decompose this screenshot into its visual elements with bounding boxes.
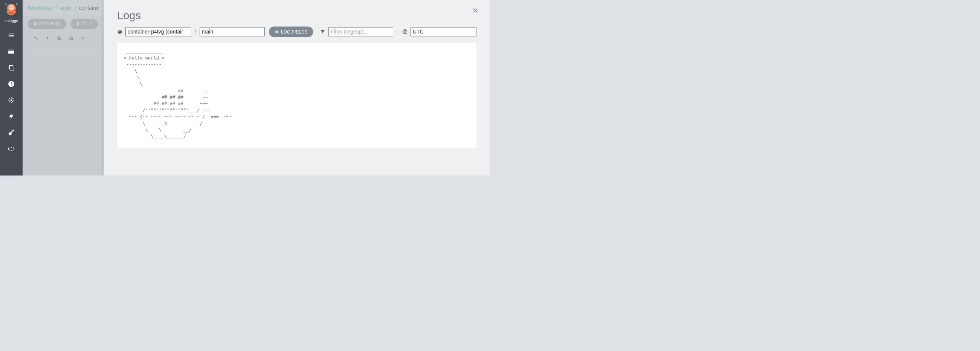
log-controls: / LOG FIELDS [103,27,490,43]
logs-panel: Logs / LOG FIELDS _____________ < hello … [103,0,490,176]
timezone-input[interactable] [410,27,476,37]
sidebar-item-templates[interactable] [7,48,16,56]
sidebar-item-events[interactable] [7,96,16,105]
sidebar-item-sensors[interactable] [7,112,16,121]
filter-input[interactable] [328,27,393,37]
container-select[interactable] [200,27,265,37]
log-fields-button[interactable]: LOG FIELDS [269,27,313,37]
svg-point-12 [9,132,12,135]
workflow-select[interactable] [126,27,191,37]
sidebar-item-cluster-templates[interactable] [7,64,16,72]
panel-title: Logs [117,9,476,22]
sidebar-nav: untagge [0,0,22,176]
svg-rect-9 [10,66,14,70]
brand-label: untagge [5,19,18,23]
svg-rect-7 [8,49,14,51]
swap-icon [275,30,279,34]
brand-logo: untagge [5,3,18,23]
box-icon [117,29,123,35]
separator-slash: / [194,29,197,35]
argo-octopus-icon [5,3,18,18]
globe-icon [402,29,407,35]
close-icon [472,7,479,14]
sidebar-item-workflows[interactable] [7,31,16,40]
log-output[interactable]: _____________ < hello world > ----------… [117,43,476,148]
sidebar-item-reports[interactable] [7,129,16,137]
close-button[interactable] [472,7,479,15]
svg-point-3 [9,7,10,8]
svg-point-5 [12,7,13,8]
filter-icon [320,29,325,35]
svg-point-11 [11,99,13,101]
main-content: Workflows / argo / containe RESUBMIT DEL… [22,0,490,176]
sidebar-item-plugins[interactable] [7,145,16,153]
sidebar-item-cron[interactable] [7,80,16,89]
log-fields-label: LOG FIELDS [281,29,308,35]
